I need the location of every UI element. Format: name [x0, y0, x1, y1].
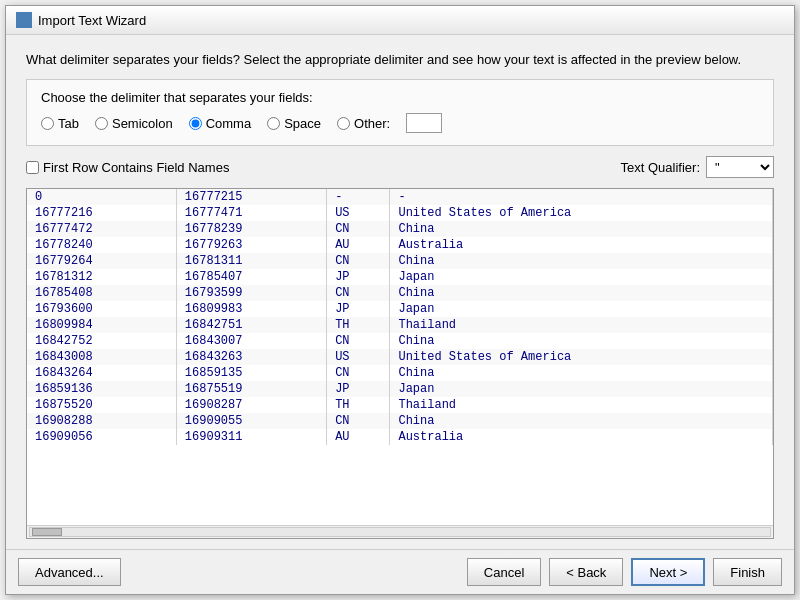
table-cell: CN — [327, 413, 390, 429]
advanced-button[interactable]: Advanced... — [18, 558, 121, 586]
table-cell: TH — [327, 397, 390, 413]
other-label: Other: — [354, 116, 390, 131]
table-cell: China — [390, 413, 773, 429]
finish-button[interactable]: Finish — [713, 558, 782, 586]
table-cell: 16875520 — [27, 397, 176, 413]
other-option[interactable]: Other: — [337, 116, 390, 131]
table-cell: 16875519 — [176, 381, 326, 397]
table-cell: Japan — [390, 301, 773, 317]
space-label: Space — [284, 116, 321, 131]
text-qualifier-select[interactable]: " ' (none) — [706, 156, 774, 178]
table-cell: 16843007 — [176, 333, 326, 349]
table-cell: AU — [327, 237, 390, 253]
content-area: What delimiter separates your fields? Se… — [6, 35, 794, 549]
table-cell: 16809984 — [27, 317, 176, 333]
table-row: 1678131216785407JPJapan — [27, 269, 773, 285]
table-row: 1684300816843263USUnited States of Ameri… — [27, 349, 773, 365]
table-cell: CN — [327, 365, 390, 381]
table-cell: - — [327, 189, 390, 205]
delimiter-section: Choose the delimiter that separates your… — [26, 79, 774, 146]
table-cell: CN — [327, 253, 390, 269]
table-cell: Japan — [390, 381, 773, 397]
first-row-checkbox[interactable] — [26, 161, 39, 174]
table-row: 1685913616875519JPJapan — [27, 381, 773, 397]
tab-option[interactable]: Tab — [41, 116, 79, 131]
table-cell: 16781312 — [27, 269, 176, 285]
table-cell: 16843008 — [27, 349, 176, 365]
table-cell: US — [327, 205, 390, 221]
table-cell: Thailand — [390, 397, 773, 413]
table-cell: JP — [327, 301, 390, 317]
description-text: What delimiter separates your fields? Se… — [26, 51, 774, 69]
table-cell: 16843264 — [27, 365, 176, 381]
table-row: 1690905616909311AUAustralia — [27, 429, 773, 445]
window-icon — [16, 12, 32, 28]
hscroll-track[interactable] — [29, 527, 771, 537]
table-cell: United States of America — [390, 205, 773, 221]
table-cell: 16793599 — [176, 285, 326, 301]
data-table: 016777215--1677721616777471USUnited Stat… — [27, 189, 773, 445]
footer: Advanced... Cancel < Back Next > Finish — [6, 549, 794, 594]
window-title: Import Text Wizard — [38, 13, 146, 28]
table-cell: 16908287 — [176, 397, 326, 413]
table-cell: Australia — [390, 429, 773, 445]
comma-radio[interactable] — [189, 117, 202, 130]
other-radio[interactable] — [337, 117, 350, 130]
text-qualifier-group: Text Qualifier: " ' (none) — [621, 156, 774, 178]
table-cell: 16779264 — [27, 253, 176, 269]
space-option[interactable]: Space — [267, 116, 321, 131]
table-cell: 16909056 — [27, 429, 176, 445]
hscroll-thumb[interactable] — [32, 528, 62, 536]
table-row: 1687552016908287THThailand — [27, 397, 773, 413]
other-input[interactable] — [406, 113, 442, 133]
first-row-option[interactable]: First Row Contains Field Names — [26, 160, 229, 175]
table-cell: China — [390, 365, 773, 381]
semicolon-radio[interactable] — [95, 117, 108, 130]
space-radio[interactable] — [267, 117, 280, 130]
preview-table[interactable]: 016777215--1677721616777471USUnited Stat… — [27, 189, 773, 524]
table-cell: 16778240 — [27, 237, 176, 253]
table-row: 1684275216843007CNChina — [27, 333, 773, 349]
back-button[interactable]: < Back — [549, 558, 623, 586]
table-cell: China — [390, 221, 773, 237]
tab-label: Tab — [58, 116, 79, 131]
table-row: 1680998416842751THThailand — [27, 317, 773, 333]
table-row: 1677926416781311CNChina — [27, 253, 773, 269]
semicolon-option[interactable]: Semicolon — [95, 116, 173, 131]
table-cell: 16843263 — [176, 349, 326, 365]
table-row: 1678540816793599CNChina — [27, 285, 773, 301]
table-cell: Japan — [390, 269, 773, 285]
footer-right: Cancel < Back Next > Finish — [467, 558, 782, 586]
comma-label: Comma — [206, 116, 252, 131]
table-cell: 16785408 — [27, 285, 176, 301]
table-cell: AU — [327, 429, 390, 445]
table-cell: - — [390, 189, 773, 205]
table-cell: 16785407 — [176, 269, 326, 285]
table-cell: 16909055 — [176, 413, 326, 429]
table-cell: CN — [327, 333, 390, 349]
table-cell: China — [390, 253, 773, 269]
table-cell: 16777216 — [27, 205, 176, 221]
table-cell: JP — [327, 381, 390, 397]
table-cell: 16908288 — [27, 413, 176, 429]
delimiter-options: Tab Semicolon Comma Space Other: — [41, 113, 759, 133]
next-button[interactable]: Next > — [631, 558, 705, 586]
tab-radio[interactable] — [41, 117, 54, 130]
text-qualifier-label: Text Qualifier: — [621, 160, 700, 175]
table-cell: TH — [327, 317, 390, 333]
horizontal-scrollbar[interactable] — [27, 525, 773, 539]
table-cell: 16859136 — [27, 381, 176, 397]
semicolon-label: Semicolon — [112, 116, 173, 131]
table-row: 1679360016809983JPJapan — [27, 301, 773, 317]
title-bar: Import Text Wizard — [6, 6, 794, 35]
table-cell: 16859135 — [176, 365, 326, 381]
svg-rect-0 — [18, 14, 30, 26]
table-cell: China — [390, 285, 773, 301]
table-cell: 16809983 — [176, 301, 326, 317]
table-cell: Australia — [390, 237, 773, 253]
table-cell: Thailand — [390, 317, 773, 333]
cancel-button[interactable]: Cancel — [467, 558, 541, 586]
table-cell: China — [390, 333, 773, 349]
table-cell: US — [327, 349, 390, 365]
comma-option[interactable]: Comma — [189, 116, 252, 131]
